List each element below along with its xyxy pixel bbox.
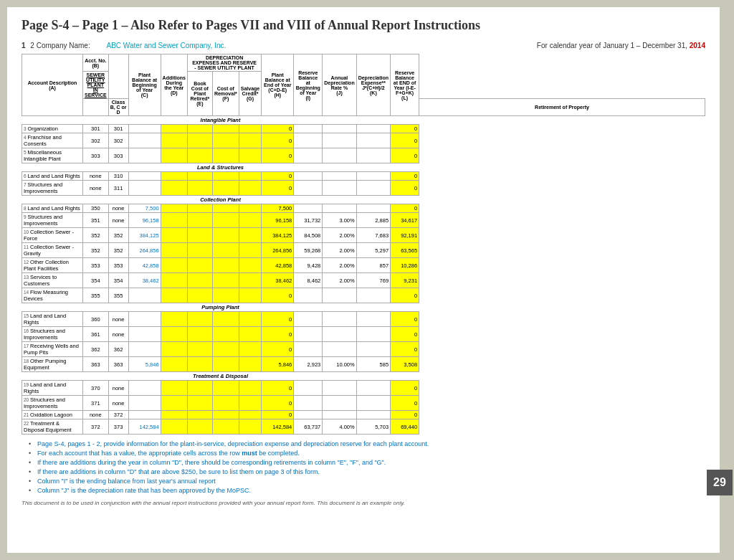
book-cost[interactable] — [187, 125, 212, 133]
class-col: 354 — [108, 273, 128, 288]
book-cost[interactable] — [187, 419, 212, 435]
row-description: 12 Other Collection Plant Facilities — [22, 258, 83, 273]
main-table: Account Description (A) Acct. No. (B) Pl… — [22, 54, 705, 435]
salvage[interactable] — [239, 243, 261, 258]
book-cost[interactable] — [187, 327, 212, 342]
additions[interactable] — [161, 396, 187, 411]
cost-removal[interactable] — [212, 342, 239, 357]
plant-end: 0 — [262, 327, 294, 342]
cost-removal[interactable] — [212, 258, 239, 273]
salvage[interactable] — [239, 125, 261, 133]
book-cost[interactable] — [187, 228, 212, 243]
cost-removal[interactable] — [212, 172, 239, 181]
salvage[interactable] — [239, 213, 261, 228]
book-cost[interactable] — [187, 357, 212, 372]
salvage[interactable] — [239, 342, 261, 357]
cost-removal[interactable] — [212, 419, 239, 435]
cost-removal[interactable] — [212, 396, 239, 411]
book-cost[interactable] — [187, 288, 212, 303]
cost-removal[interactable] — [212, 312, 239, 327]
salvage[interactable] — [239, 288, 261, 303]
additions[interactable] — [161, 381, 187, 396]
plant-end: 0 — [262, 148, 294, 163]
reserve-end: 0 — [391, 327, 419, 342]
salvage[interactable] — [239, 258, 261, 273]
book-cost[interactable] — [187, 148, 212, 163]
cost-removal[interactable] — [212, 243, 239, 258]
cost-removal[interactable] — [212, 273, 239, 288]
additions[interactable] — [161, 228, 187, 243]
salvage[interactable] — [239, 312, 261, 327]
cost-removal[interactable] — [212, 181, 239, 196]
salvage[interactable] — [239, 148, 261, 163]
acct-no: 353 — [83, 258, 109, 273]
cost-removal[interactable] — [212, 228, 239, 243]
salvage[interactable] — [239, 273, 261, 288]
book-cost[interactable] — [187, 181, 212, 196]
cost-removal[interactable] — [212, 327, 239, 342]
class-col: 352 — [108, 243, 128, 258]
salvage[interactable] — [239, 396, 261, 411]
salvage[interactable] — [239, 228, 261, 243]
cost-removal[interactable] — [212, 213, 239, 228]
salvage[interactable] — [239, 204, 261, 213]
additions[interactable] — [161, 312, 187, 327]
salvage[interactable] — [239, 357, 261, 372]
salvage[interactable] — [239, 411, 261, 419]
dep-expense: 585 — [356, 357, 390, 372]
cost-removal[interactable] — [212, 357, 239, 372]
cost-removal[interactable] — [212, 148, 239, 163]
bullet-item: Column "I" is the ending balance from la… — [29, 478, 705, 485]
book-cost[interactable] — [187, 342, 212, 357]
annual-dep-rate — [323, 148, 356, 163]
book-cost[interactable] — [187, 411, 212, 419]
additions[interactable] — [161, 172, 187, 181]
cost-removal[interactable] — [212, 288, 239, 303]
additions[interactable] — [161, 357, 187, 372]
additions[interactable] — [161, 181, 187, 196]
additions[interactable] — [161, 213, 187, 228]
book-cost[interactable] — [187, 396, 212, 411]
book-cost[interactable] — [187, 381, 212, 396]
salvage[interactable] — [239, 181, 261, 196]
annual-dep-rate — [323, 181, 356, 196]
additions[interactable] — [161, 243, 187, 258]
additions[interactable] — [161, 411, 187, 419]
salvage[interactable] — [239, 381, 261, 396]
additions[interactable] — [161, 204, 187, 213]
book-cost[interactable] — [187, 204, 212, 213]
cost-removal[interactable] — [212, 204, 239, 213]
book-cost[interactable] — [187, 243, 212, 258]
cost-removal[interactable] — [212, 411, 239, 419]
cost-removal[interactable] — [212, 133, 239, 148]
additions[interactable] — [161, 288, 187, 303]
additions[interactable] — [161, 419, 187, 435]
salvage[interactable] — [239, 172, 261, 181]
additions[interactable] — [161, 148, 187, 163]
additions[interactable] — [161, 327, 187, 342]
cost-removal[interactable] — [212, 381, 239, 396]
book-cost[interactable] — [187, 312, 212, 327]
acct-no: 362 — [83, 342, 109, 357]
additions[interactable] — [161, 258, 187, 273]
row-description: 15 Land and Land Rights — [22, 312, 83, 327]
additions[interactable] — [161, 133, 187, 148]
salvage[interactable] — [239, 327, 261, 342]
salvage[interactable] — [239, 419, 261, 435]
additions[interactable] — [161, 273, 187, 288]
book-cost[interactable] — [187, 273, 212, 288]
annual-dep-rate: 10.00% — [323, 357, 356, 372]
book-cost[interactable] — [187, 172, 212, 181]
book-cost[interactable] — [187, 258, 212, 273]
book-cost[interactable] — [187, 133, 212, 148]
reserve-beg: 63,737 — [294, 419, 323, 435]
doc-number: 1 — [22, 42, 26, 49]
salvage[interactable] — [239, 133, 261, 148]
additions[interactable] — [161, 342, 187, 357]
annual-dep-rate — [323, 288, 356, 303]
book-cost[interactable] — [187, 213, 212, 228]
cost-removal[interactable] — [212, 125, 239, 133]
sewer-utility-header: SEWER UTILITY PLANT IN SERVICE — [83, 72, 109, 99]
dep-expense — [356, 125, 390, 133]
additions[interactable] — [161, 125, 187, 133]
